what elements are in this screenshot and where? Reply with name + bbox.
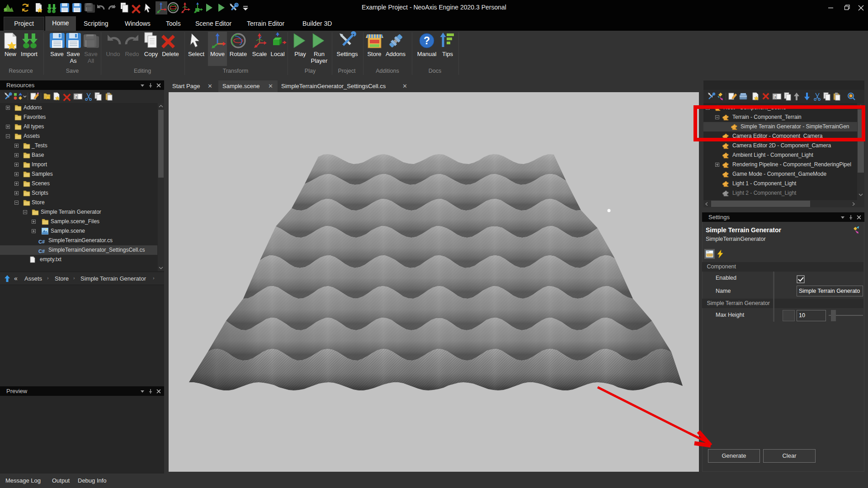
svg-text:x: x xyxy=(75,95,77,99)
svg-text:x: x xyxy=(774,95,776,99)
svg-text:?: ? xyxy=(424,35,430,47)
